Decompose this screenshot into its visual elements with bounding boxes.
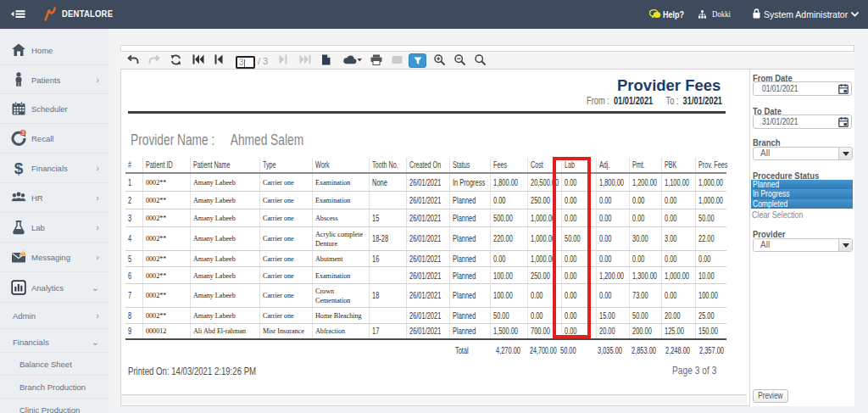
svg-text:!: ! — [22, 250, 24, 255]
svg-text:$: $ — [14, 160, 24, 176]
svg-text:3: 3 — [21, 130, 25, 136]
